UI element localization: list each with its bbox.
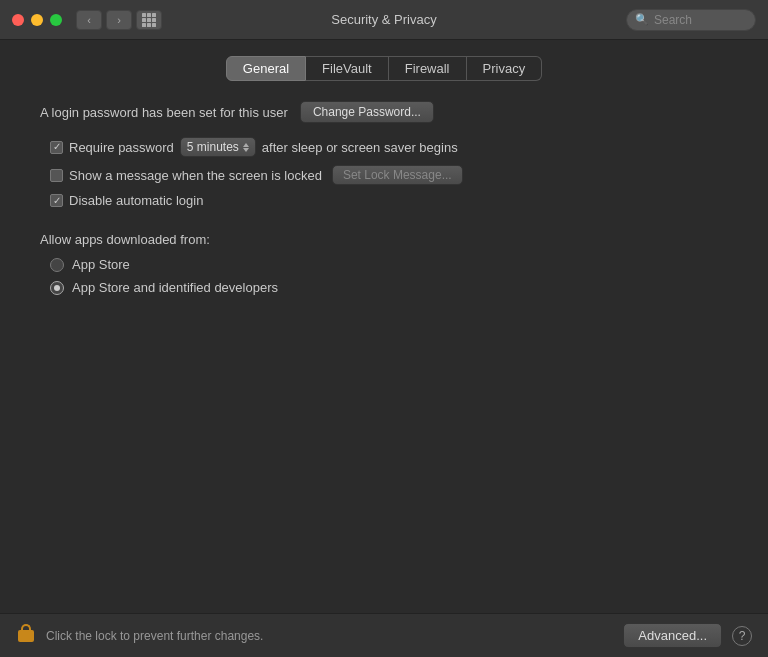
grid-button[interactable] — [136, 10, 162, 30]
show-message-label: Show a message when the screen is locked — [69, 168, 322, 183]
tab-filevault[interactable]: FileVault — [306, 56, 389, 81]
grid-icon — [142, 13, 156, 27]
app-store-identified-radio-row: App Store and identified developers — [40, 280, 748, 295]
window-title: Security & Privacy — [331, 12, 436, 27]
app-store-radio[interactable] — [50, 258, 64, 272]
help-button[interactable]: ? — [732, 626, 752, 646]
tab-privacy[interactable]: Privacy — [467, 56, 543, 81]
require-password-row: Require password 5 minutes after sleep o… — [20, 137, 748, 157]
show-message-checkbox[interactable] — [50, 169, 63, 182]
password-timeout-dropdown[interactable]: 5 minutes — [180, 137, 256, 157]
allow-apps-section: Allow apps downloaded from: App Store Ap… — [20, 232, 748, 295]
allow-apps-title: Allow apps downloaded from: — [40, 232, 748, 247]
login-text: A login password has been set for this u… — [40, 105, 288, 120]
tab-firewall[interactable]: Firewall — [389, 56, 467, 81]
require-password-checkbox[interactable] — [50, 141, 63, 154]
disable-autologin-row: Disable automatic login — [20, 193, 748, 208]
nav-buttons: ‹ › — [76, 10, 132, 30]
show-message-row: Show a message when the screen is locked… — [20, 165, 748, 185]
forward-button[interactable]: › — [106, 10, 132, 30]
close-button[interactable] — [12, 14, 24, 26]
app-store-label: App Store — [72, 257, 130, 272]
app-store-identified-radio[interactable] — [50, 281, 64, 295]
main-content: General FileVault Firewall Privacy A log… — [0, 40, 768, 613]
traffic-lights — [12, 14, 62, 26]
disable-autologin-checkbox[interactable] — [50, 194, 63, 207]
search-icon: 🔍 — [635, 13, 649, 26]
lock-icon[interactable] — [16, 624, 36, 648]
advanced-button[interactable]: Advanced... — [623, 623, 722, 648]
disable-autologin-label: Disable automatic login — [69, 193, 203, 208]
bottom-bar: Click the lock to prevent further change… — [0, 613, 768, 657]
lock-help-text: Click the lock to prevent further change… — [46, 629, 613, 643]
lock-shackle — [21, 624, 31, 632]
login-password-row: A login password has been set for this u… — [20, 101, 748, 123]
search-box[interactable]: 🔍 Search — [626, 9, 756, 31]
dropdown-arrow-icon — [243, 143, 249, 152]
tab-general[interactable]: General — [226, 56, 306, 81]
require-password-label: Require password — [69, 140, 174, 155]
after-sleep-label: after sleep or screen saver begins — [262, 140, 458, 155]
search-placeholder: Search — [654, 13, 692, 27]
app-store-identified-label: App Store and identified developers — [72, 280, 278, 295]
set-lock-message-button[interactable]: Set Lock Message... — [332, 165, 463, 185]
change-password-button[interactable]: Change Password... — [300, 101, 434, 123]
back-button[interactable]: ‹ — [76, 10, 102, 30]
app-store-radio-row: App Store — [40, 257, 748, 272]
titlebar: ‹ › Security & Privacy 🔍 Search — [0, 0, 768, 40]
password-timeout-value: 5 minutes — [187, 140, 239, 154]
zoom-button[interactable] — [50, 14, 62, 26]
minimize-button[interactable] — [31, 14, 43, 26]
tab-bar: General FileVault Firewall Privacy — [20, 56, 748, 81]
